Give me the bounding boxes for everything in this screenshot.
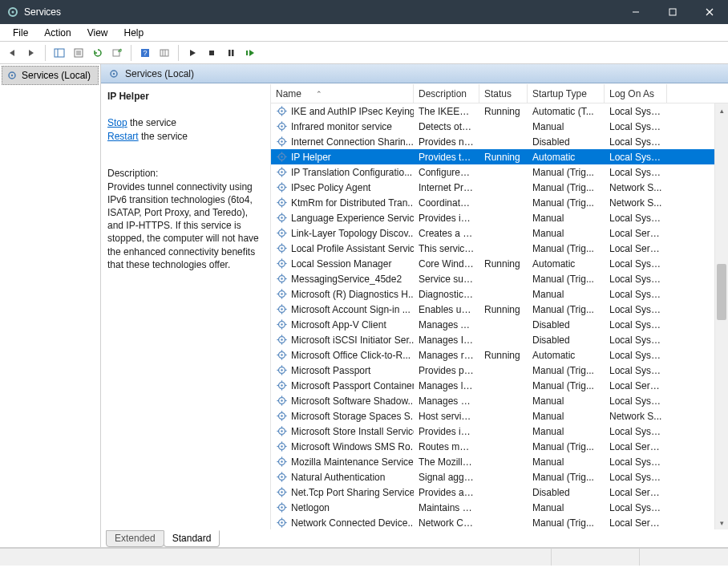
service-startup-cell: Automatic (528, 258, 605, 270)
service-row[interactable]: Microsoft Storage Spaces S...Host servic… (271, 408, 728, 424)
svg-point-183 (281, 506, 282, 508)
column-startup-type[interactable]: Startup Type (528, 84, 605, 103)
service-row[interactable]: IP HelperProvides tu...RunningAutomaticL… (271, 149, 728, 164)
service-row[interactable]: MessagingService_45de2Service sup...Manu… (271, 271, 728, 286)
svg-point-111 (281, 323, 282, 325)
toolbar-button[interactable] (156, 44, 173, 62)
tree-root-services-local[interactable]: Services (Local) (2, 66, 99, 85)
menu-action[interactable]: Action (36, 26, 79, 40)
service-startup-cell: Manual (528, 456, 605, 468)
service-row[interactable]: NetlogonMaintains a ...ManualLocal Syste… (271, 500, 728, 515)
service-row[interactable]: IPsec Policy AgentInternet Pro...Manual … (271, 180, 728, 195)
service-desc-cell: Provides pr... (414, 365, 479, 376)
service-row[interactable]: Mozilla Maintenance ServiceThe Mozilla .… (271, 454, 728, 469)
panel-header-label: Services (Local) (125, 68, 194, 79)
service-row[interactable]: Local Profile Assistant ServiceThis serv… (271, 241, 728, 256)
service-row[interactable]: Internet Connection Sharin...Provides ne… (271, 134, 728, 149)
service-row[interactable]: IP Translation Configuratio...Configures… (271, 164, 728, 180)
menu-file[interactable]: File (5, 26, 36, 40)
service-name-cell: MessagingService_45de2 (291, 274, 402, 285)
service-row[interactable]: Microsoft Account Sign-in ...Enables use… (271, 302, 728, 317)
service-row[interactable]: Microsoft iSCSI Initiator Ser...Manages … (271, 332, 728, 347)
vertical-scrollbar[interactable]: ▴ ▾ (714, 103, 728, 529)
service-desc-cell: Configures ... (414, 167, 479, 178)
restart-link[interactable]: Restart (107, 131, 139, 142)
stop-service-button[interactable] (203, 44, 220, 62)
service-startup-cell: Manual (528, 395, 605, 407)
service-row[interactable]: Infrared monitor serviceDetects oth...Ma… (271, 119, 728, 134)
service-startup-cell: Manual (528, 502, 605, 513)
refresh-button[interactable] (89, 44, 107, 62)
service-logon-cell: Local Service (605, 243, 667, 254)
toolbar-separator (178, 45, 179, 61)
svg-point-75 (281, 232, 282, 233)
service-logon-cell: Local Syste... (605, 106, 667, 117)
column-log-on-as[interactable]: Log On As (605, 84, 667, 103)
service-row[interactable]: Local Session ManagerCore Windo...Runnin… (271, 256, 728, 271)
service-row[interactable]: Net.Tcp Port Sharing ServiceProvides abi… (271, 485, 728, 500)
service-logon-cell: Local Syste... (605, 365, 667, 376)
service-desc-cell: This service ... (414, 243, 479, 254)
pause-service-button[interactable] (222, 44, 240, 62)
svg-point-141 (281, 399, 282, 401)
service-logon-cell: Local Syste... (605, 258, 667, 270)
service-logon-cell: Local Service (605, 517, 667, 529)
service-row[interactable]: Microsoft Store Install ServiceProvides … (271, 424, 728, 439)
svg-point-153 (281, 430, 282, 432)
service-row[interactable]: KtmRm for Distributed Tran...Coordinates… (271, 195, 728, 210)
detail-column: IP Helper Stop the service Restart the s… (101, 84, 271, 529)
column-description[interactable]: Description (414, 84, 479, 103)
scroll-up-button[interactable]: ▴ (715, 103, 728, 117)
start-service-button[interactable] (184, 44, 201, 62)
service-logon-cell: Network S... (605, 411, 667, 422)
minimize-button[interactable] (617, 0, 654, 24)
maximize-button[interactable] (654, 0, 691, 24)
description-text: Provides tunnel connectivity using IPv6 … (107, 180, 262, 271)
service-row[interactable]: Microsoft Office Click-to-R...Manages re… (271, 347, 728, 363)
column-name[interactable]: Name⌃ (271, 84, 414, 103)
service-row[interactable]: Link-Layer Topology Discov...Creates a N… (271, 225, 728, 241)
svg-rect-3 (669, 9, 676, 15)
service-desc-cell: Network Co... (414, 517, 479, 529)
toolbar: ? (0, 42, 728, 64)
service-row[interactable]: IKE and AuthIP IPsec Keying...The IKEEXT… (271, 103, 728, 119)
properties-button[interactable] (70, 44, 87, 62)
restart-service-button[interactable] (241, 44, 259, 62)
gear-icon (276, 425, 288, 437)
service-name-cell: Microsoft iSCSI Initiator Ser... (291, 335, 414, 346)
tab-standard[interactable]: Standard (164, 530, 220, 547)
forward-button[interactable] (22, 44, 40, 62)
service-row[interactable]: Microsoft PassportProvides pr...Manual (… (271, 363, 728, 378)
service-name-cell: KtmRm for Distributed Tran... (291, 197, 414, 209)
service-row[interactable]: Network Connected Device...Network Co...… (271, 515, 728, 529)
scroll-thumb[interactable] (717, 264, 726, 320)
service-row[interactable]: Microsoft Windows SMS Ro...Routes mes...… (271, 439, 728, 454)
menu-help[interactable]: Help (116, 26, 152, 40)
stop-link[interactable]: Stop (107, 117, 127, 128)
service-startup-cell: Manual (Trig... (528, 243, 605, 254)
service-name-cell: Language Experience Service (291, 213, 414, 224)
service-row[interactable]: Microsoft Passport ContainerManages lo..… (271, 378, 728, 393)
service-row[interactable]: Microsoft (R) Diagnostics H...Diagnostic… (271, 286, 728, 302)
close-button[interactable] (691, 0, 728, 24)
service-desc-cell: Provides ne... (414, 136, 479, 148)
svg-point-63 (281, 201, 282, 203)
service-row[interactable]: Natural AuthenticationSignal aggr...Manu… (271, 469, 728, 485)
export-list-button[interactable] (108, 44, 126, 62)
service-name-cell: Microsoft Windows SMS Ro... (291, 441, 414, 452)
service-row[interactable]: Microsoft App-V ClientManages A...Disabl… (271, 317, 728, 332)
service-name-cell: IP Translation Configuratio... (291, 167, 412, 178)
svg-point-99 (281, 293, 282, 294)
show-hide-tree-button[interactable] (51, 44, 68, 62)
help-button[interactable]: ? (136, 44, 154, 62)
menu-view[interactable]: View (79, 26, 116, 40)
column-status[interactable]: Status (479, 84, 528, 103)
service-logon-cell: Local Service (605, 228, 667, 239)
back-button[interactable] (3, 44, 21, 62)
scroll-down-button[interactable]: ▾ (715, 516, 728, 529)
tab-extended[interactable]: Extended (106, 530, 164, 547)
service-row[interactable]: Microsoft Software Shadow...Manages so..… (271, 393, 728, 408)
gear-icon (276, 410, 288, 422)
service-startup-cell: Manual (Trig... (528, 365, 605, 376)
service-row[interactable]: Language Experience ServiceProvides inf.… (271, 210, 728, 225)
